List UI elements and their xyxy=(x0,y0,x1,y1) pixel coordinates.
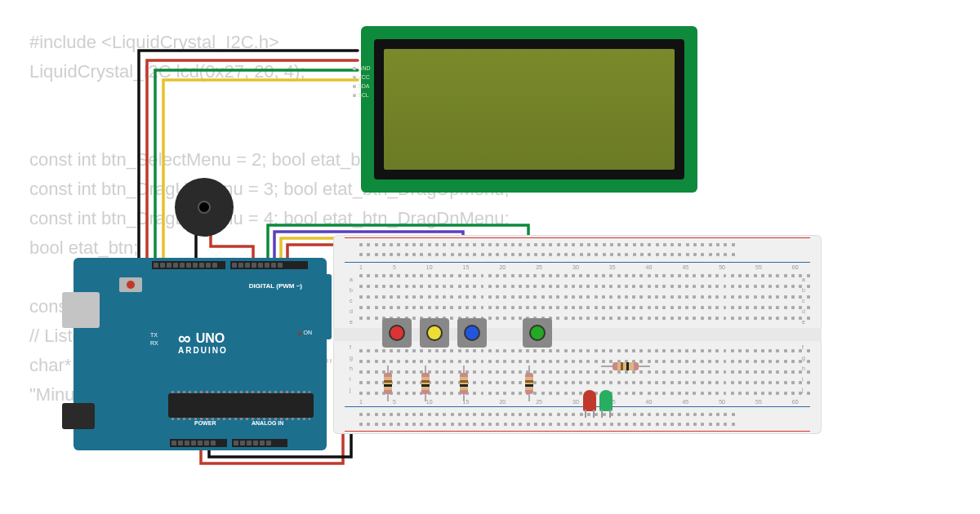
lcd-pin-scl: SCL xyxy=(358,91,369,100)
piezo-buzzer xyxy=(175,178,234,237)
lcd-display: GND VCC SDA SCL xyxy=(361,26,697,193)
push-button-red[interactable] xyxy=(382,318,412,348)
code-line: const int btn_DragDnMenu = 4; bool etat_… xyxy=(29,204,510,233)
txrx-leds: TX RX xyxy=(150,331,158,348)
lcd-pin-vcc: VCC xyxy=(358,73,370,82)
resistor xyxy=(525,366,533,401)
resistor xyxy=(384,366,392,401)
led-red xyxy=(583,390,596,411)
power-jack xyxy=(62,403,95,429)
analog-in-label: ANALOG IN xyxy=(252,420,283,426)
power-label: POWER xyxy=(194,420,216,426)
row-labels-left-bot: fghij xyxy=(350,342,353,395)
led-green xyxy=(599,390,612,411)
lcd-screen xyxy=(384,49,675,170)
arduino-brand: ARDUINO xyxy=(178,346,228,355)
digital-label: DIGITAL (PWM ~) xyxy=(249,282,302,290)
digital-header-left xyxy=(152,261,225,269)
power-header xyxy=(170,439,227,447)
digital-header-right xyxy=(230,261,308,269)
analog-header xyxy=(232,439,287,447)
usb-port xyxy=(62,292,100,328)
atmega-chip xyxy=(168,393,314,418)
push-button-blue[interactable] xyxy=(457,318,487,348)
lcd-pin-gnd: GND xyxy=(358,64,371,73)
push-button-yellow[interactable] xyxy=(420,318,449,348)
on-led: ON xyxy=(298,330,313,335)
resistor xyxy=(421,366,430,401)
arduino-uno-board: DIGITAL (PWM ~) TX RX ∞ UNO ARDUINO POWE… xyxy=(74,258,327,450)
model-text: UNO xyxy=(196,331,225,346)
reset-button[interactable] xyxy=(119,277,142,292)
resistor xyxy=(460,366,468,401)
lcd-pin-sda: SDA xyxy=(358,82,369,91)
resistor xyxy=(601,362,650,370)
lcd-pins: GND VCC SDA SCL xyxy=(353,64,371,100)
push-button-green[interactable] xyxy=(523,318,552,348)
row-labels-left-top: abcde xyxy=(350,274,353,327)
breadboard-numbers-top: 151015202530354045505560 xyxy=(359,264,799,270)
